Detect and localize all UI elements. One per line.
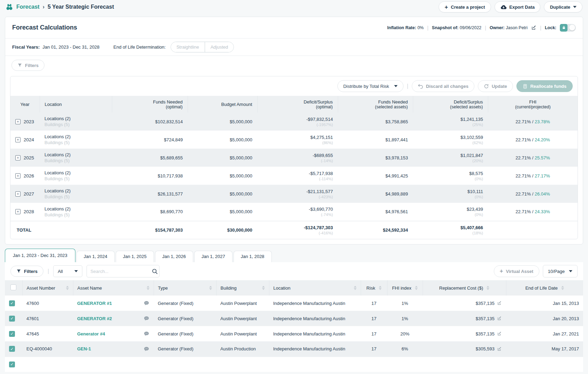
select-all-checkbox[interactable]: [10, 284, 16, 290]
top-bar: Forecast › 5 Year Strategic Forecast + C…: [0, 0, 588, 14]
expand-row-icon[interactable]: +: [15, 209, 21, 214]
col-asset-name[interactable]: Asset Name: [73, 280, 154, 296]
search-icon[interactable]: [152, 268, 158, 275]
col-location: Location: [40, 96, 112, 113]
row-checkbox[interactable]: ✓: [9, 300, 15, 306]
filter-funnel-icon: [16, 269, 21, 274]
sort-icon[interactable]: [379, 286, 382, 290]
expand-row-icon[interactable]: +: [15, 191, 21, 197]
sort-icon[interactable]: [354, 286, 357, 290]
chevron-right-icon: ›: [43, 4, 44, 10]
expand-row-icon[interactable]: +: [15, 155, 21, 160]
divider: |: [540, 25, 541, 31]
asset-row-partial: ✓: [5, 357, 583, 372]
col-funds-selected: Funds Needed(selected assets): [338, 96, 413, 113]
expand-row-icon[interactable]: +: [15, 173, 21, 178]
sort-icon[interactable]: [209, 286, 212, 290]
reallocate-funds-button[interactable]: Reallocate funds: [516, 80, 573, 92]
tab-2023-range[interactable]: Jan 1, 2023 - Dec 31, 2023: [5, 249, 75, 262]
comment-icon[interactable]: [144, 300, 149, 306]
divider: |: [48, 268, 49, 274]
edit-cost-icon[interactable]: [497, 301, 502, 306]
sort-icon[interactable]: [66, 286, 69, 290]
divider: |: [407, 83, 408, 89]
col-end-of-life[interactable]: End of Life Date: [506, 280, 583, 296]
search-input[interactable]: [90, 269, 152, 274]
plus-icon: +: [444, 4, 448, 10]
asset-row-eq4000040: ✓ EQ-4000040 GEN-1 Generator (Fixed) Aus…: [5, 341, 583, 357]
col-replacement-cost[interactable]: Replacement Cost ($): [423, 280, 506, 296]
sort-icon[interactable]: [415, 286, 418, 290]
row-checkbox[interactable]: ✓: [9, 346, 15, 352]
duplicate-button[interactable]: Duplicate: [544, 1, 582, 13]
edit-cost-icon[interactable]: [497, 316, 502, 321]
col-risk[interactable]: Risk: [361, 280, 387, 296]
forecast-row-2023: +2023 Locations (2)Buildings (5) $102,83…: [10, 113, 578, 131]
update-button[interactable]: Update: [478, 80, 513, 92]
chevron-down-icon: [74, 270, 78, 272]
snapshot-value: 09/06/2022: [460, 25, 482, 30]
filters-button[interactable]: Filters: [11, 60, 44, 71]
create-project-button[interactable]: + Create a project: [439, 1, 491, 13]
page-size-dropdown[interactable]: 10/Page: [543, 265, 578, 277]
col-deficit-selected: Deficit/Surplus(selected assets): [413, 96, 488, 113]
tab-2028[interactable]: Jan 1, 2028: [234, 251, 272, 262]
sort-icon[interactable]: [147, 286, 149, 290]
eol-option-straightline[interactable]: Straightline: [171, 42, 205, 52]
lock-label: Lock:: [545, 25, 556, 30]
tab-2024[interactable]: Jan 1, 2024: [76, 251, 115, 262]
asset-table: Asset Number Asset Name Type Building Lo…: [5, 280, 583, 372]
asset-name-link[interactable]: GENERATOR #2: [77, 316, 112, 321]
discard-changes-button[interactable]: Discard all changes: [412, 80, 474, 92]
owner-name: Jason Petri: [506, 25, 528, 30]
tab-2027[interactable]: Jan 1, 2027: [194, 251, 232, 262]
asset-name-link[interactable]: GENERATOR #1: [77, 301, 112, 306]
asset-search: [87, 265, 160, 277]
sort-icon[interactable]: [487, 286, 489, 290]
asset-filters-button[interactable]: Filters: [10, 266, 43, 277]
page-title: 5 Year Strategic Forecast: [48, 4, 114, 10]
edit-cost-icon[interactable]: [497, 347, 502, 351]
col-building[interactable]: Building: [216, 280, 269, 296]
row-checkbox[interactable]: ✓: [9, 331, 15, 337]
col-fhi-index[interactable]: FHI index: [387, 280, 423, 296]
refresh-icon: [484, 84, 489, 89]
tab-2026[interactable]: Jan 1, 2026: [155, 251, 193, 262]
year-tabs: Jan 1, 2023 - Dec 31, 2023 Jan 1, 2024 J…: [5, 249, 583, 262]
col-asset-number[interactable]: Asset Number: [22, 280, 73, 296]
col-type[interactable]: Type: [154, 280, 216, 296]
export-data-button[interactable]: Export Data: [495, 1, 541, 13]
row-checkbox[interactable]: ✓: [9, 316, 15, 322]
edit-cost-icon[interactable]: [497, 331, 502, 336]
expand-row-icon[interactable]: +: [15, 119, 21, 124]
forecast-total-row: TOTAL $154,787,303 $30,000,000 -$124,787…: [10, 221, 578, 239]
divider: |: [485, 25, 486, 31]
col-location[interactable]: Location: [269, 280, 361, 296]
sort-icon[interactable]: [262, 286, 265, 290]
owner-edit-icon[interactable]: [531, 25, 537, 31]
forecast-header-row: Year Location Funds Needed(optimal) Budg…: [10, 96, 578, 113]
lock-icon: [560, 24, 567, 32]
virtual-asset-button[interactable]: + Virtual Asset: [494, 265, 539, 277]
comment-icon[interactable]: [144, 331, 149, 336]
forecast-row-2025: +2025 Locations (2)Buildings (5) $5,689,…: [10, 149, 578, 167]
owner-label: Owner:: [490, 25, 505, 30]
asset-type-dropdown[interactable]: All: [53, 265, 82, 277]
comment-icon[interactable]: [144, 346, 149, 352]
distribute-dropdown[interactable]: Distribute by Total Risk: [337, 80, 403, 92]
plus-icon: +: [500, 268, 503, 275]
expand-row-icon[interactable]: +: [15, 137, 21, 142]
forecast-row-2026: +2026 Locations (2)Buildings (5) $10,717…: [10, 167, 578, 185]
asset-name-link[interactable]: Generator #4: [77, 331, 105, 336]
forecast-table-container: Distribute by Total Risk | Discard all c…: [10, 76, 578, 239]
breadcrumb-root-link[interactable]: Forecast: [16, 4, 40, 10]
comment-icon[interactable]: [144, 316, 149, 321]
eol-option-adjusted[interactable]: Adjusted: [205, 42, 234, 52]
lock-toggle[interactable]: [560, 24, 576, 32]
tab-2025[interactable]: Jan 1, 2025: [116, 251, 154, 262]
sort-icon[interactable]: [561, 286, 564, 290]
row-checkbox[interactable]: ✓: [9, 361, 15, 367]
asset-name-link[interactable]: GEN-1: [77, 346, 91, 351]
chevron-down-icon: [394, 85, 398, 87]
col-year: Year: [10, 96, 40, 113]
